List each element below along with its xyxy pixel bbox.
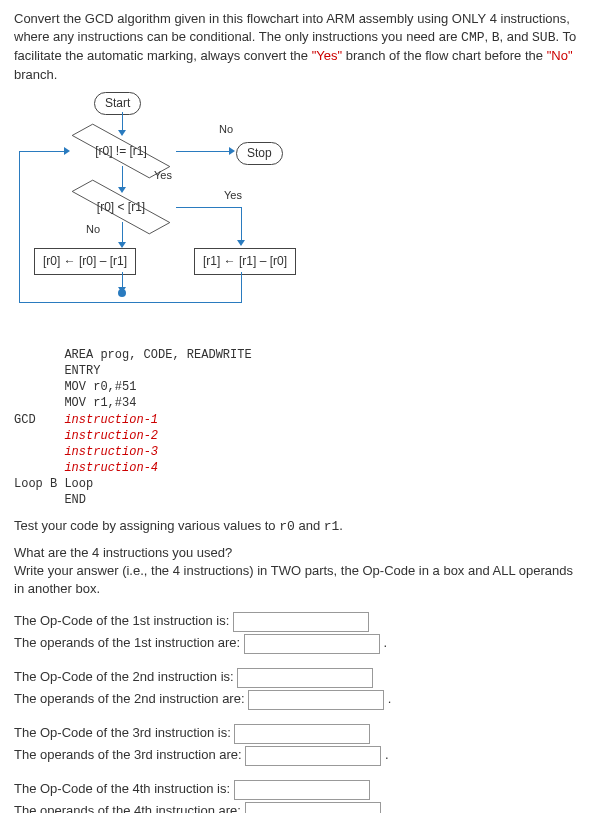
label-no2: No (86, 222, 100, 237)
period: . (385, 748, 389, 763)
intro-text: Convert the GCD algorithm given in this … (14, 10, 580, 84)
stop-oval: Stop (236, 142, 283, 165)
label-op1: The Op-Code of the 1st instruction is: (14, 614, 229, 629)
box-sub-r0: [r0] ← [r0] – [r1] (34, 248, 136, 275)
input-opcode-4[interactable] (234, 780, 370, 800)
diamond-ne: [r0] != [r1] (66, 136, 176, 166)
period: . (384, 804, 388, 813)
label-opr2: The operands of the 2nd instruction are: (14, 692, 245, 707)
input-opcode-3[interactable] (234, 724, 370, 744)
input-operands-4[interactable] (245, 802, 381, 813)
label-opr3: The operands of the 3rd instruction are: (14, 748, 242, 763)
input-opcode-2[interactable] (237, 668, 373, 688)
label-opr4: The operands of the 4th instruction are: (14, 804, 241, 813)
flowchart: Start [r0] != [r1] No Stop Yes [r0] < [r… (14, 92, 324, 337)
input-operands-1[interactable] (244, 634, 380, 654)
diamond-lt: [r0] < [r1] (66, 192, 176, 222)
question-intro: What are the 4 instructions you used? Wr… (14, 544, 580, 599)
label-op3: The Op-Code of the 3rd instruction is: (14, 726, 231, 741)
label-no: No (219, 122, 233, 137)
code-listing: AREA prog, CODE, READWRITE ENTRY MOV r0,… (14, 347, 580, 509)
start-oval: Start (94, 92, 141, 115)
label-yes2: Yes (224, 188, 242, 203)
input-operands-2[interactable] (248, 690, 384, 710)
box-sub-r1: [r1] ← [r1] – [r0] (194, 248, 296, 275)
test-line: Test your code by assigning various valu… (14, 517, 580, 536)
input-opcode-1[interactable] (233, 612, 369, 632)
label-opr1: The operands of the 1st instruction are: (14, 636, 240, 651)
label-op4: The Op-Code of the 4th instruction is: (14, 782, 230, 797)
label-yes: Yes (154, 168, 172, 183)
input-operands-3[interactable] (245, 746, 381, 766)
period: . (388, 692, 392, 707)
period: . (383, 636, 387, 651)
label-op2: The Op-Code of the 2nd instruction is: (14, 670, 234, 685)
